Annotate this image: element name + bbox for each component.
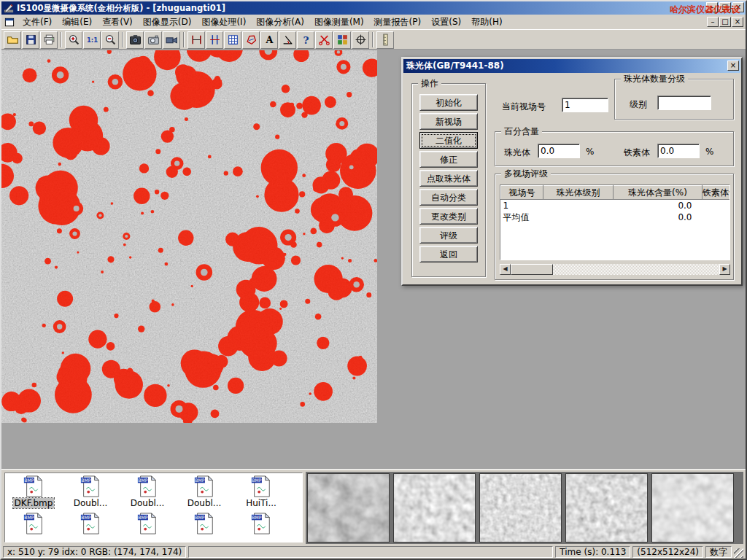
zoom-in-button[interactable] — [65, 31, 82, 49]
file-item[interactable]: Doubl... — [119, 473, 176, 508]
pearlite-percent-input[interactable] — [538, 144, 580, 158]
menu-image-analysis[interactable]: 图像分析(A) — [251, 14, 309, 31]
rating-table[interactable]: 视场号 珠光体级别 珠光体含量(%) 铁素体含量(%) — [500, 184, 730, 260]
dialog-close-button[interactable]: × — [727, 61, 739, 71]
auto-classify-button[interactable]: 自动分类 — [419, 189, 478, 206]
bmp-file-icon — [136, 513, 158, 534]
menu-image-measure[interactable]: 图像测量(M) — [309, 14, 369, 31]
open-button[interactable] — [4, 31, 21, 49]
annotate-text-button[interactable] — [260, 31, 278, 49]
menu-file[interactable]: 文件(F) — [18, 14, 57, 31]
file-name: DKF.bmp — [13, 498, 55, 508]
measure-grid-button[interactable] — [224, 31, 241, 49]
change-class-button[interactable]: 更改类别 — [419, 208, 478, 225]
rate-button[interactable]: 评级 — [419, 227, 478, 244]
scroll-left-button[interactable]: ◀ — [500, 264, 511, 275]
scroll-thumb[interactable] — [511, 264, 553, 275]
mdi-close-button[interactable]: × — [732, 17, 743, 27]
correct-button[interactable]: 修正 — [419, 151, 478, 168]
resize-grip[interactable] — [734, 548, 743, 558]
measure-parallel-button[interactable] — [206, 31, 223, 49]
file-item-partial[interactable] — [176, 510, 233, 534]
crosshair-button[interactable] — [352, 31, 369, 49]
statusbar-spacer — [188, 546, 553, 558]
file-item[interactable]: HuiTi... — [233, 473, 290, 508]
zoom-out-button[interactable] — [101, 31, 119, 49]
minimize-button[interactable]: – — [706, 2, 718, 12]
save-button[interactable] — [22, 31, 39, 49]
sample-thumbnail-5[interactable] — [651, 473, 734, 542]
menu-view[interactable]: 查看(V) — [97, 14, 138, 31]
grade-input[interactable] — [657, 96, 711, 110]
file-item[interactable]: DKF.bmp — [5, 473, 62, 508]
pearlite-dialog: 珠光体(GB/T9441-88) × 操作 初始化 新视场 二值化 修正 点取珠… — [401, 57, 743, 286]
return-button[interactable]: 返回 — [419, 246, 478, 262]
menu-measure-report[interactable]: 测量报告(P) — [369, 14, 427, 31]
init-button[interactable]: 初始化 — [419, 94, 478, 111]
sample-thumbnail-4[interactable] — [565, 473, 648, 542]
mdi-minimize-button[interactable]: – — [707, 17, 719, 27]
table-row[interactable]: 平均值 0.0 — [501, 211, 731, 224]
classify-button[interactable] — [333, 31, 351, 49]
actual-size-button[interactable] — [83, 31, 101, 49]
icon-angle — [282, 34, 294, 46]
file-item[interactable]: Doubl... — [176, 473, 233, 508]
file-list[interactable]: DKF.bmp Doubl... Doubl... Doubl. — [4, 472, 303, 542]
file-row: DKF.bmp Doubl... Doubl... Doubl. — [5, 473, 302, 508]
workspace: 珠光体(GB/T9441-88) × 操作 初始化 新视场 二值化 修正 点取珠… — [1, 50, 746, 469]
capture-button[interactable] — [126, 31, 144, 49]
icon-caliper — [190, 34, 203, 46]
menu-help[interactable]: 帮助(H) — [466, 14, 507, 31]
pick-pearlite-button[interactable]: 点取珠光体 — [419, 170, 478, 187]
new-field-button[interactable]: 新视场 — [419, 113, 478, 130]
multi-field-group-label: 多视场评级 — [501, 168, 551, 179]
bmp-file-icon — [136, 475, 158, 497]
window-controls: – □ × — [706, 2, 744, 12]
table-cell: 1 — [501, 200, 543, 211]
sample-thumbnail-3[interactable] — [479, 473, 562, 542]
camera-settings-button[interactable] — [144, 31, 162, 49]
titlebar[interactable]: IS100显微摄像系统(金相分析版) - [zhuguangti01] – □ … — [1, 1, 746, 15]
thumbnail-strip — [306, 472, 743, 544]
binarize-button[interactable]: 二值化 — [419, 132, 478, 149]
ferrite-percent-input[interactable] — [657, 144, 700, 158]
file-item-partial[interactable] — [233, 510, 290, 534]
measure-angle-button[interactable] — [279, 31, 296, 49]
close-button[interactable]: × — [732, 2, 744, 12]
mdi-restore-button[interactable]: □ — [719, 17, 731, 27]
help-button[interactable] — [297, 31, 314, 49]
measure-area-button[interactable] — [242, 31, 260, 49]
sample-thumbnail-1[interactable] — [307, 473, 390, 542]
ruler-button[interactable] — [376, 31, 394, 49]
file-item[interactable]: Doubl... — [62, 473, 119, 508]
table-hscrollbar[interactable]: ◀ ▶ — [500, 264, 730, 275]
cursor-position-status: x: 510 y: 79 idx: 0 RGB: (174, 174, 174) — [3, 546, 186, 558]
sample-thumbnail-2[interactable] — [393, 473, 476, 542]
pearlite-label: 珠光体 — [504, 147, 530, 159]
app-window: IS100显微摄像系统(金相分析版) - [zhuguangti01] – □ … — [0, 0, 747, 560]
menu-image-process[interactable]: 图像处理(I) — [196, 14, 251, 31]
video-button[interactable] — [163, 31, 180, 49]
toolbar-separator — [183, 32, 185, 47]
file-item-partial[interactable] — [5, 510, 62, 534]
menu-edit[interactable]: 编辑(E) — [57, 14, 97, 31]
dialog-title: 珠光体(GB/T9441-88) — [406, 60, 504, 72]
measure-length-button[interactable] — [187, 31, 205, 49]
scroll-track[interactable] — [553, 264, 719, 275]
maximize-button[interactable]: □ — [719, 2, 731, 12]
menu-image-display[interactable]: 图像显示(D) — [138, 14, 197, 31]
bmp-file-icon — [193, 475, 215, 497]
print-button[interactable] — [40, 31, 58, 49]
file-item-partial[interactable] — [62, 510, 119, 534]
menu-settings[interactable]: 设置(S) — [426, 14, 466, 31]
cut-button[interactable] — [315, 31, 333, 49]
document-icon[interactable] — [4, 17, 15, 28]
icon-text — [263, 34, 276, 46]
current-field-input[interactable] — [562, 98, 608, 112]
scroll-right-button[interactable]: ▶ — [719, 264, 730, 275]
operation-group-label: 操作 — [418, 78, 441, 88]
table-row[interactable]: 1 0.0 — [501, 200, 731, 211]
file-item-partial[interactable] — [119, 510, 176, 534]
micrograph-image[interactable] — [1, 50, 377, 423]
dialog-titlebar[interactable]: 珠光体(GB/T9441-88) × — [403, 59, 740, 73]
